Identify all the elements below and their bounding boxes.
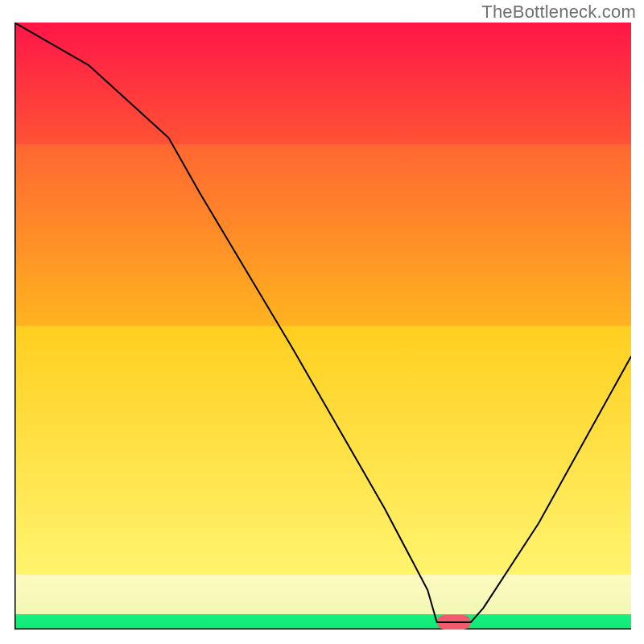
chart-background-gradient (14, 23, 631, 630)
watermark-text: TheBottleneck.com (481, 2, 636, 23)
chart-container: TheBottleneck.com (0, 0, 644, 644)
chart-plot-area (14, 23, 631, 630)
chart-svg (14, 23, 631, 630)
